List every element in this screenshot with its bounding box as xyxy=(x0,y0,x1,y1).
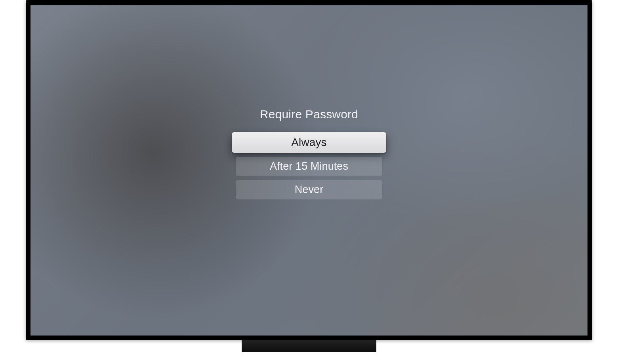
menu-title: Require Password xyxy=(260,108,358,121)
option-label: Always xyxy=(291,136,326,149)
tv-stand xyxy=(242,339,376,352)
tv-screen: Require Password Always After 15 Minutes… xyxy=(31,5,587,336)
option-label: Never xyxy=(295,184,324,196)
option-always[interactable]: Always xyxy=(232,132,386,153)
option-never[interactable]: Never xyxy=(236,180,382,199)
option-label: After 15 Minutes xyxy=(270,160,348,173)
require-password-menu: Require Password Always After 15 Minutes… xyxy=(236,108,382,336)
tv-frame: Require Password Always After 15 Minutes… xyxy=(26,0,592,340)
option-list: Always After 15 Minutes Never xyxy=(236,132,382,199)
option-after-15-minutes[interactable]: After 15 Minutes xyxy=(236,157,382,176)
